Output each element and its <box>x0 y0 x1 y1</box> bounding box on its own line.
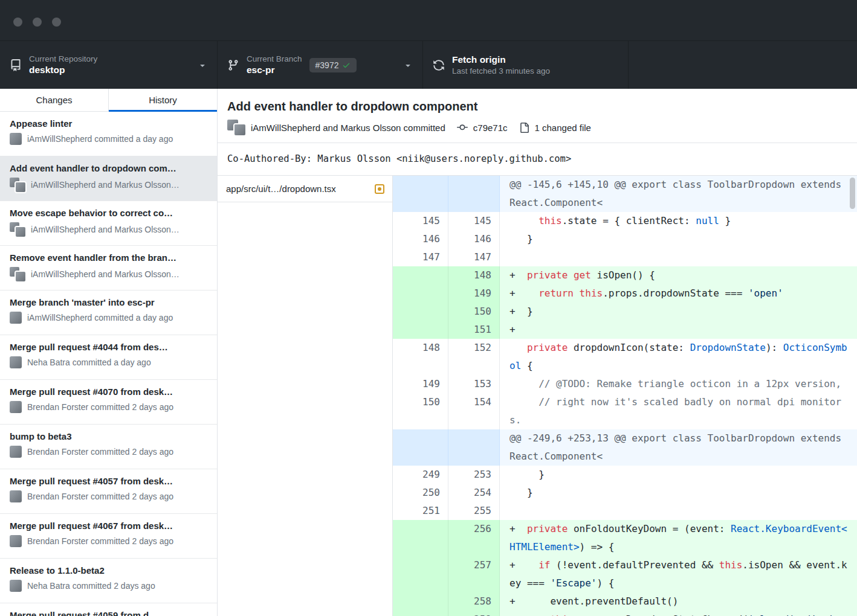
diff-new-line-number: 149 <box>448 284 500 303</box>
diff-new-line-number <box>448 176 500 212</box>
repository-name: desktop <box>29 65 97 75</box>
diff-row: 249253 } <box>393 466 857 484</box>
diff-scrollbar-thumb[interactable] <box>850 178 855 209</box>
diff-row: 259+ this.props.onDropdownStateChanged('… <box>393 611 857 616</box>
commit-item-byline: Brendan Forster committed 2 days ago <box>27 536 173 546</box>
current-branch-button[interactable]: Current Branch esc-pr #3972 <box>218 41 423 89</box>
diff-old-line-number: 150 <box>393 393 448 429</box>
commit-list-item[interactable]: Add event handler to dropdown com…iAmWil… <box>0 156 217 201</box>
sidebar: Changes History Appease linteriAmWillShe… <box>0 89 218 616</box>
avatar <box>16 272 25 281</box>
avatar <box>10 133 22 145</box>
commit-item-meta: iAmWillShepherd and Markus Olsson… <box>10 267 207 281</box>
commit-byline: iAmWillShepherd and Markus Olsson commit… <box>251 123 445 133</box>
commit-list-item[interactable]: Merge pull request #4057 from desk…Brend… <box>0 469 217 514</box>
diff-code-line <box>500 502 857 520</box>
commit-list-item[interactable]: Merge pull request #4067 from desk…Brend… <box>0 514 217 559</box>
diff-row: 151+ <box>393 321 857 339</box>
diff-row: 258+ event.preventDefault() <box>393 592 857 611</box>
zoom-window-button[interactable] <box>52 18 61 27</box>
diff-old-line-number <box>393 176 448 212</box>
diff-row: @@ -145,6 +145,10 @@ export class Toolba… <box>393 176 857 212</box>
commit-item-meta: iAmWillShepherd and Markus Olsson… <box>10 178 207 192</box>
minimize-window-button[interactable] <box>33 18 42 27</box>
avatar <box>16 227 25 237</box>
diff-view: @@ -145,6 +145,10 @@ export class Toolba… <box>393 176 857 616</box>
commit-list-item[interactable]: Merge pull request #4044 from des…Neha B… <box>0 335 217 380</box>
commit-list-item[interactable]: Merge pull request #4059 from d… <box>0 603 217 616</box>
diff-old-line-number: 145 <box>393 212 448 230</box>
diff-code-line: + this.props.onDropdownStateChanged('clo… <box>500 611 857 616</box>
commit-item-byline: iAmWillShepherd committed a day ago <box>27 313 173 322</box>
changed-file-item[interactable]: app/src/ui/t…/dropdown.tsx <box>218 176 392 202</box>
current-repository-button[interactable]: Current Repository desktop <box>0 41 218 89</box>
diff-row: 147147 <box>393 248 857 266</box>
diff-code-line: } <box>500 484 857 502</box>
commit-item-byline: Neha Batra committed a day ago <box>27 358 151 367</box>
commit-item-title: Merge pull request #4070 from desk… <box>10 387 207 397</box>
diff-old-line-number <box>393 611 448 616</box>
diff-row: @@ -249,6 +253,13 @@ export class Toolba… <box>393 429 857 466</box>
commit-list-item[interactable]: Merge branch 'master' into esc-priAmWill… <box>0 290 217 335</box>
diff-new-line-number: 145 <box>448 212 500 230</box>
commit-list-item[interactable]: Remove event handler from the bran…iAmWi… <box>0 246 217 290</box>
diff-code-line: @@ -145,6 +145,10 @@ export class Toolba… <box>500 176 857 212</box>
diff-new-line-number: 254 <box>448 484 500 502</box>
diff-row: 256+ private onFoldoutKeyDown = (event: … <box>393 520 857 556</box>
diff-new-line-number: 256 <box>448 520 500 556</box>
diff-row: 148+ private get isOpen() { <box>393 266 857 284</box>
window-body: Changes History Appease linteriAmWillShe… <box>0 89 857 616</box>
close-window-button[interactable] <box>13 18 22 27</box>
diff-new-line-number: 154 <box>448 393 500 429</box>
avatar-pair <box>10 267 25 281</box>
diff-new-line-number: 255 <box>448 502 500 520</box>
diff-row: 150+ } <box>393 303 857 321</box>
commit-item-byline: Neha Batra committed 2 days ago <box>27 581 155 591</box>
commit-list-item[interactable]: Release to 1.1.0-beta2Neha Batra committ… <box>0 559 217 603</box>
commit-item-meta: Neha Batra committed 2 days ago <box>10 580 207 592</box>
avatar <box>10 312 22 324</box>
diff-new-line-number: 259 <box>448 611 500 616</box>
commit-meta-row: iAmWillShepherd and Markus Olsson commit… <box>227 120 847 135</box>
commit-item-byline: iAmWillShepherd committed a day ago <box>27 134 173 144</box>
commit-list-item[interactable]: Appease linteriAmWillShepherd committed … <box>0 112 217 156</box>
diff-code-line: private dropdownIcon(state: DropdownStat… <box>500 339 857 375</box>
diff-code-line: + if (!event.defaultPrevented && this.is… <box>500 556 857 592</box>
avatar-pair <box>10 178 25 192</box>
avatar <box>10 490 22 502</box>
toolbar: Current Repository desktop Current Branc… <box>0 41 857 89</box>
diff-new-line-number: 150 <box>448 303 500 321</box>
diff-code-line: + return this.props.dropdownState === 'o… <box>500 284 857 303</box>
diff-code-line: // right now it's scaled badly on normal… <box>500 393 857 429</box>
commit-item-title: Merge pull request #4067 from desk… <box>10 521 207 531</box>
diff-old-line-number: 148 <box>393 339 448 375</box>
commit-item-title: Remove event handler from the bran… <box>10 252 207 263</box>
commit-item-byline: iAmWillShepherd and Markus Olsson… <box>31 225 179 234</box>
repository-label: Current Repository <box>29 54 97 63</box>
commit-item-byline: Brendan Forster committed 2 days ago <box>27 402 173 412</box>
tab-history-label: History <box>149 95 177 105</box>
changed-file-path: app/src/ui/t…/dropdown.tsx <box>226 184 336 194</box>
diff-new-line-number: 253 <box>448 466 500 484</box>
check-icon <box>342 61 351 69</box>
commit-list-item[interactable]: Move escape behavior to correct co…iAmWi… <box>0 201 217 246</box>
diff-row: 148152 private dropdownIcon(state: Dropd… <box>393 339 857 375</box>
commit-item-byline: iAmWillShepherd and Markus Olsson… <box>31 180 179 190</box>
tab-history[interactable]: History <box>109 89 217 111</box>
commit-item-title: Appease linter <box>10 118 207 129</box>
tab-changes-label: Changes <box>36 95 72 105</box>
diff-new-line-number: 151 <box>448 321 500 339</box>
diff-code-line: + } <box>500 303 857 321</box>
tab-changes[interactable]: Changes <box>0 89 109 111</box>
commit-list-item[interactable]: bump to beta3Brendan Forster committed 2… <box>0 425 217 469</box>
diff-code-line: } <box>500 230 857 248</box>
diff-row: 257+ if (!event.defaultPrevented && this… <box>393 556 857 592</box>
diff-old-line-number <box>393 592 448 611</box>
diff-code-line: @@ -249,6 +253,13 @@ export class Toolba… <box>500 429 857 466</box>
chevron-down-icon <box>198 60 207 70</box>
fetch-origin-button[interactable]: Fetch origin Last fetched 3 minutes ago <box>423 41 629 89</box>
diff-row: 145145 this.state = { clientRect: null } <box>393 212 857 230</box>
commit-list-item[interactable]: Merge pull request #4070 from desk…Brend… <box>0 380 217 425</box>
committer-avatars <box>227 120 245 135</box>
branch-name: esc-pr <box>247 65 302 75</box>
